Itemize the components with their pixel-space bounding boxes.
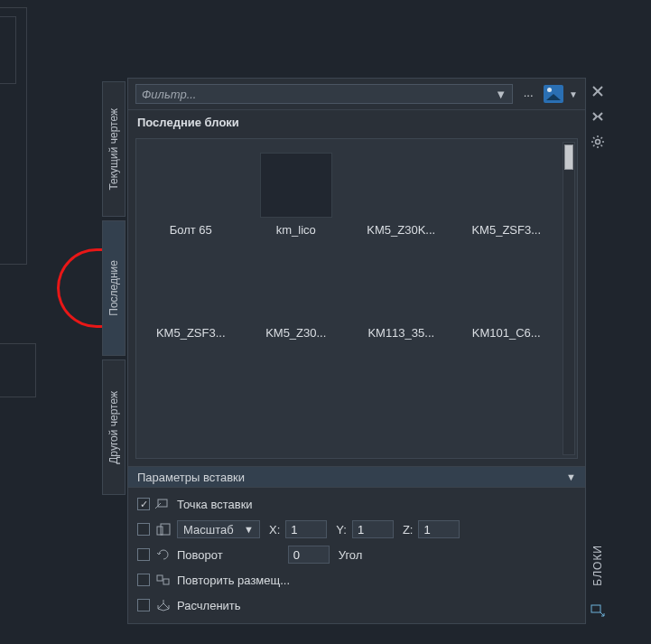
block-label: KM5_Z30K...	[367, 223, 435, 237]
close-icon[interactable]	[590, 83, 606, 99]
block-label: KM5_ZSF3...	[156, 326, 226, 340]
svg-rect-5	[163, 579, 169, 584]
repeat-icon	[155, 573, 172, 587]
block-item[interactable]: KM5_Z30...	[246, 247, 348, 347]
block-item[interactable]: KM5_Z30K...	[350, 145, 452, 244]
row-rotation: Поворот 0 Угол	[137, 544, 576, 565]
scale-mode-label: Масштаб	[183, 523, 234, 537]
scale-mode-select[interactable]: Масштаб ▼	[177, 520, 260, 538]
x-label: X:	[269, 523, 280, 537]
scrollbar-thumb[interactable]	[564, 145, 573, 170]
blocks-palette: Текущий чертеж Последние Другой чертеж Ф…	[102, 78, 609, 624]
chevron-down-icon: ▼	[495, 88, 507, 101]
repeat-label: Повторить размещ...	[177, 574, 290, 587]
block-item[interactable]: KM101_C6...	[456, 247, 558, 347]
canvas-rect	[0, 16, 16, 84]
panel-toolbar: Фильтр... ▼ ... ▼	[128, 79, 585, 110]
block-thumbnail	[365, 256, 437, 321]
explode-icon	[155, 598, 172, 612]
autohide-icon[interactable]	[590, 108, 606, 125]
insertion-point-checkbox[interactable]	[137, 498, 150, 510]
params-body: Точка вставки Масштаб ▼ X: 1 Y: 1 Z: 1	[128, 488, 585, 623]
params-title: Параметры вставки	[137, 471, 245, 484]
blocks-list: Болт 65km_licoKM5_Z30K...KM5_ZSF3...KM5_…	[135, 138, 578, 459]
section-title: Последние блоки	[128, 110, 585, 135]
chevron-down-icon: ▼	[566, 471, 576, 482]
browse-button[interactable]: ...	[518, 84, 538, 104]
block-label: KM5_Z30...	[265, 326, 326, 340]
rotation-checkbox[interactable]	[137, 548, 150, 561]
panel-body: Фильтр... ▼ ... ▼ Последние блоки Болт 6…	[127, 78, 586, 624]
params-header[interactable]: Параметры вставки ▼	[128, 466, 585, 488]
svg-rect-0	[158, 499, 167, 507]
block-label: km_lico	[276, 223, 316, 237]
rotation-icon	[155, 547, 172, 562]
insertion-point-label: Точка вставки	[177, 498, 253, 511]
insertion-point-icon	[155, 497, 172, 511]
tab-current-drawing[interactable]: Текущий чертеж	[102, 81, 126, 217]
tab-label: Другой чертеж	[107, 391, 120, 464]
block-item[interactable]: KM113_35...	[350, 247, 452, 347]
block-thumbnail	[470, 256, 543, 321]
tab-label: Текущий чертеж	[107, 108, 120, 191]
filter-placeholder: Фильтр...	[142, 88, 196, 101]
block-label: KM113_35...	[367, 326, 434, 340]
scale-z-input[interactable]: 1	[418, 520, 460, 538]
block-thumbnail	[260, 256, 332, 321]
side-tabs: Текущий чертеж Последние Другой чертеж	[102, 78, 127, 624]
canvas-rect	[0, 343, 36, 397]
row-explode: Расчленить	[137, 594, 576, 616]
repeat-checkbox[interactable]	[137, 574, 150, 586]
explode-label: Расчленить	[177, 599, 241, 612]
scale-y-input[interactable]: 1	[352, 520, 394, 538]
chevron-down-icon: ▼	[244, 524, 254, 535]
scale-icon	[155, 522, 172, 537]
block-label: KM5_ZSF3...	[471, 223, 541, 237]
block-label: Болт 65	[170, 223, 212, 237]
block-item[interactable]: km_lico	[246, 145, 348, 244]
tab-label: Последние	[107, 260, 120, 316]
z-label: Z:	[403, 523, 414, 537]
thumbnail-mode-icon[interactable]	[544, 85, 563, 103]
rotation-label: Поворот	[177, 548, 223, 562]
block-label: KM101_C6...	[472, 326, 541, 340]
palette-footer-icon[interactable]	[589, 602, 607, 619]
scale-checkbox[interactable]	[137, 523, 150, 536]
svg-rect-2	[157, 527, 163, 535]
annotation-highlight	[57, 248, 104, 328]
row-scale: Масштаб ▼ X: 1 Y: 1 Z: 1	[137, 518, 576, 540]
block-thumbnail	[154, 256, 227, 321]
block-thumbnail	[154, 153, 227, 218]
y-label: Y:	[336, 523, 347, 537]
block-item[interactable]: KM5_ZSF3...	[140, 247, 242, 347]
block-thumbnail	[365, 153, 437, 218]
palette-title: БЛОКИ	[591, 545, 604, 586]
row-insertion-point: Точка вставки	[137, 493, 576, 515]
svg-rect-4	[157, 575, 163, 581]
scrollbar[interactable]	[563, 142, 575, 455]
tab-other-drawing[interactable]: Другой чертеж	[102, 359, 126, 495]
filter-dropdown[interactable]: Фильтр... ▼	[135, 84, 513, 104]
chevron-down-icon[interactable]: ▼	[569, 89, 578, 99]
rotation-unit: Угол	[339, 548, 363, 562]
block-thumbnail	[470, 153, 543, 218]
block-item[interactable]: KM5_ZSF3...	[456, 145, 558, 244]
block-thumbnail	[260, 153, 332, 218]
svg-point-8	[596, 140, 600, 145]
explode-checkbox[interactable]	[137, 599, 150, 611]
scale-x-input[interactable]: 1	[285, 520, 327, 538]
tab-recent[interactable]: Последние	[102, 220, 126, 356]
gear-icon[interactable]	[590, 134, 606, 150]
block-item[interactable]: Болт 65	[140, 145, 242, 244]
palette-controls: БЛОКИ	[586, 78, 609, 624]
row-repeat: Повторить размещ...	[137, 569, 576, 591]
svg-rect-9	[591, 605, 600, 612]
rotation-input[interactable]: 0	[288, 546, 330, 564]
